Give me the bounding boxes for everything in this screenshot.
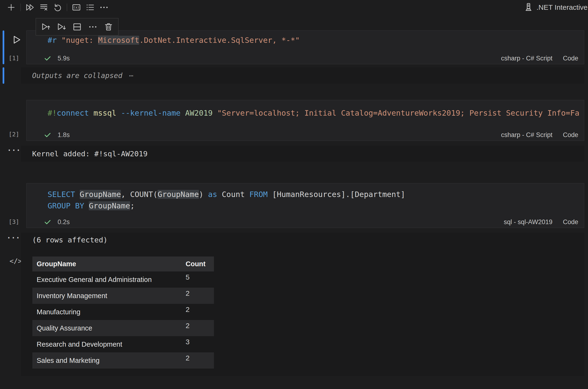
language-label[interactable]: csharp - C# Script [501,131,552,139]
outline-button[interactable] [83,1,97,14]
code-token: Count [217,190,249,199]
code-token: GroupName [80,190,121,199]
code-token [181,108,185,118]
clear-outputs-button[interactable] [37,1,51,14]
table-row: Executive General and Administration5 [32,271,214,288]
execute-above-button[interactable] [39,20,52,33]
notebook-cell-2: #!connect mssql --kernel-name AW2019 "Se… [26,100,584,141]
kernel-added-message: Kernel added: #!sql-AW2019 [32,149,148,158]
output-menu-button[interactable]: ··· [7,146,21,154]
cell-more-actions-button[interactable] [86,20,99,33]
rows-affected-message: (6 rows affected) [32,235,108,244]
expand-outputs-button[interactable]: ⋯ [129,71,133,80]
cell-groupname: Research and Development [32,340,186,348]
code-line[interactable]: #r "nuget: Microsoft.DotNet.Interactive.… [48,34,584,46]
split-cell-button[interactable] [71,20,84,33]
cell-groupname: Quality Assurance [32,324,186,332]
kernel-label: .NET Interactive [536,3,588,11]
output-menu-button[interactable]: ··· [7,234,20,242]
code-token [57,36,61,45]
code-token: #! [48,108,57,118]
cell-1-output: Outputs are collapsed ⋯ [21,67,584,84]
column-header-count: Count [186,260,214,268]
code-token: #r [48,36,57,45]
code-token: connect [57,108,89,118]
code-token: .DotNet.Interactive.SqlServer, *-*" [139,36,300,45]
code-token: "nuget: [61,36,98,45]
cell-2-output: Kernel added: #!sql-AW2019 [21,146,584,162]
more-actions-button[interactable] [97,1,111,14]
code-token: as [208,190,217,199]
code-token: SELECT [48,190,75,199]
table-header-row: GroupName Count [32,257,214,271]
run-all-icon [25,3,35,12]
add-cell-button[interactable] [4,1,18,14]
code-token: GroupName [158,190,199,199]
play-icon [11,34,22,45]
delete-cell-button[interactable] [102,20,115,33]
execute-above-icon [41,22,51,32]
kernel-picker[interactable]: .NET Interactive [523,0,588,15]
cell-groupname: Manufacturing [32,308,186,316]
code-editor[interactable]: #!connect mssql --kernel-name AW2019 "Se… [27,100,584,119]
code-token [89,108,93,118]
notebook-toolbar: (x) .NET Interactive [0,0,588,15]
execution-count-3: [3] [9,218,19,225]
code-token: GroupName [89,201,130,210]
notebook-cell-3: SELECT GroupName, COUNT(GroupName) as Co… [26,183,584,228]
cell-status-bar: 5.9s csharp - C# Script Code [27,53,584,64]
code-line[interactable]: SELECT GroupName, COUNT(GroupName) as Co… [48,189,584,200]
execution-duration: 1.8s [58,131,70,139]
run-all-button[interactable] [23,1,37,14]
cell-count: 2 [186,304,214,314]
code-token: ) [199,190,208,199]
column-header-groupname: GroupName [32,260,186,268]
variables-button[interactable]: (x) [69,1,83,14]
execution-count-1: [1] [9,55,19,62]
clear-outputs-icon [39,3,49,12]
cell-focus-indicator [3,31,4,64]
cell-groupname: Inventory Management [32,292,186,300]
output-mime-switcher[interactable]: </> [9,257,22,265]
restart-kernel-button[interactable] [51,1,65,14]
code-line[interactable]: #!connect mssql --kernel-name AW2019 "Se… [48,107,584,119]
table-row: Quality Assurance2 [32,320,214,336]
success-check-icon [44,131,51,139]
cell-type-label[interactable]: Code [563,55,578,62]
output-focus-indicator [3,67,4,84]
notebook-window: (x) .NET Interactive [0,0,588,389]
cell-groupname: Executive General and Administration [32,276,186,284]
language-label[interactable]: csharp - C# Script [501,55,552,62]
code-token: FROM [249,190,268,199]
code-token [84,201,89,210]
execute-below-icon [56,22,66,32]
code-token: ; [130,201,135,210]
ellipsis-icon [99,3,109,12]
code-token: AW2019 [185,108,213,118]
cell-count: 3 [186,336,214,346]
execution-count-2: [2] [9,131,19,138]
language-label[interactable]: sql - sql-AW2019 [504,218,553,226]
code-token: , COUNT( [121,190,158,199]
kernel-icon [523,2,533,12]
code-line[interactable]: GROUP BY GroupName; [48,200,584,212]
outputs-collapsed-message: Outputs are collapsed [32,71,122,80]
execute-below-button[interactable] [55,20,68,33]
code-token: GROUP BY [48,201,84,210]
execution-duration: 0.2s [58,218,70,226]
result-table: GroupName Count Executive General and Ad… [32,257,214,369]
run-cell-button[interactable] [11,34,22,46]
cell-status-bar: 0.2s sql - sql-AW2019 Code [27,216,584,228]
table-row: Inventory Management2 [32,288,214,304]
code-token: --kernel-name [121,108,180,118]
code-editor[interactable]: SELECT GroupName, COUNT(GroupName) as Co… [27,183,584,212]
code-token: Microsoft [98,36,139,45]
cell-count: 2 [186,352,214,362]
restart-icon [53,3,62,12]
cell-count: 2 [186,288,214,297]
cell-type-label[interactable]: Code [563,218,578,226]
trash-icon [103,22,114,32]
cell-hover-toolbar [36,18,119,35]
code-token: "Server=localhost; Initial Catalog=Adven… [217,108,579,118]
cell-type-label[interactable]: Code [563,131,578,139]
